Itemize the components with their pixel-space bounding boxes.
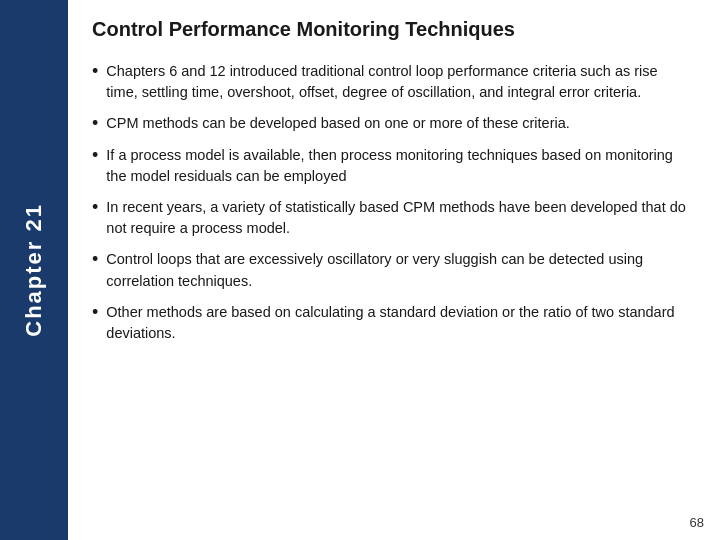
bullet-dot: • — [92, 301, 98, 324]
slide-title: Control Performance Monitoring Technique… — [92, 18, 692, 45]
bullet-text: If a process model is available, then pr… — [106, 145, 692, 187]
list-item: • If a process model is available, then … — [92, 145, 692, 187]
bullet-text: CPM methods can be developed based on on… — [106, 113, 692, 134]
sidebar: Chapter 21 — [0, 0, 68, 540]
list-item: • In recent years, a variety of statisti… — [92, 197, 692, 239]
page-number: 68 — [690, 515, 704, 530]
bullet-dot: • — [92, 60, 98, 83]
bullet-dot: • — [92, 144, 98, 167]
chapter-label: Chapter 21 — [21, 203, 47, 337]
bullet-dot: • — [92, 196, 98, 219]
bullet-list: • Chapters 6 and 12 introduced tradition… — [92, 61, 692, 522]
bullet-text: Chapters 6 and 12 introduced traditional… — [106, 61, 692, 103]
list-item: • Chapters 6 and 12 introduced tradition… — [92, 61, 692, 103]
list-item: • Control loops that are excessively osc… — [92, 249, 692, 291]
content-area: Control Performance Monitoring Technique… — [68, 0, 720, 540]
bullet-text: Other methods are based on calculating a… — [106, 302, 692, 344]
slide-container: Chapter 21 Control Performance Monitorin… — [0, 0, 720, 540]
bullet-dot: • — [92, 112, 98, 135]
bullet-text: In recent years, a variety of statistica… — [106, 197, 692, 239]
list-item: • Other methods are based on calculating… — [92, 302, 692, 344]
bullet-dot: • — [92, 248, 98, 271]
bullet-text: Control loops that are excessively oscil… — [106, 249, 692, 291]
list-item: • CPM methods can be developed based on … — [92, 113, 692, 135]
